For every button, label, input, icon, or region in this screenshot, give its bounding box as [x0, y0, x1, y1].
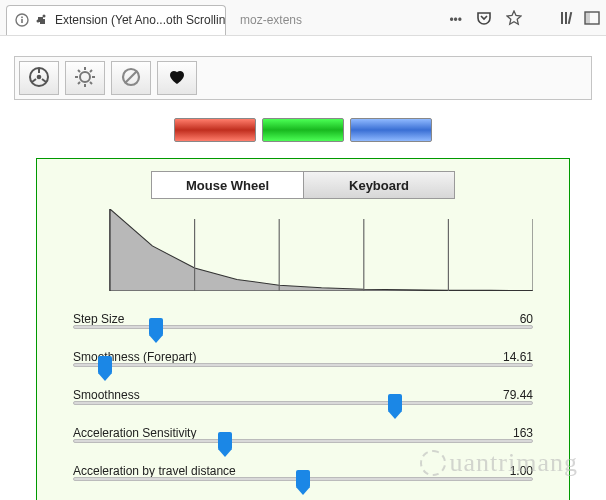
svg-rect-9 — [585, 12, 590, 24]
settings-tabs: Mouse Wheel Keyboard — [51, 171, 555, 199]
slider-thumb[interactable] — [218, 432, 232, 450]
pocket-icon[interactable] — [476, 10, 492, 29]
svg-rect-1 — [21, 19, 23, 23]
color-row — [14, 118, 592, 142]
svg-line-18 — [90, 82, 92, 84]
svg-line-17 — [78, 70, 80, 72]
svg-rect-6 — [565, 12, 567, 24]
slider-value: 79.44 — [503, 388, 533, 402]
more-icon[interactable]: ••• — [449, 13, 462, 27]
slider-thumb[interactable] — [388, 394, 402, 412]
slider-value: 60 — [520, 312, 533, 326]
gear-button[interactable] — [65, 61, 105, 95]
slider-label: Smoothness (Forepart) — [73, 350, 196, 364]
svg-line-19 — [90, 70, 92, 72]
slider-label: Smoothness — [73, 388, 140, 402]
svg-point-12 — [80, 72, 90, 82]
settings-panel: Mouse Wheel Keyboard Step Size60Smoothne… — [36, 158, 570, 500]
svg-point-3 — [43, 15, 46, 18]
slider-row: Smoothness79.44 — [73, 381, 533, 409]
svg-rect-7 — [568, 12, 572, 24]
slider-label: Acceleration by travel distance — [73, 464, 236, 478]
color-green-button[interactable] — [262, 118, 344, 142]
browser-tab[interactable]: Extension (Yet Ano...oth Scrolling WE) — [6, 5, 226, 35]
info-icon — [15, 13, 29, 27]
extension-content: Mouse Wheel Keyboard Step Size60Smoothne… — [0, 36, 606, 500]
url-bar[interactable]: moz-extens ••• — [236, 7, 530, 33]
browser-chrome: Extension (Yet Ano...oth Scrolling WE) m… — [0, 0, 606, 36]
tab-mouse-wheel[interactable]: Mouse Wheel — [151, 171, 303, 199]
slider-label: Step Size — [73, 312, 124, 326]
star-icon[interactable] — [506, 10, 522, 29]
slider-label: Acceleration Sensitivity — [73, 426, 196, 440]
slider-thumb[interactable] — [296, 470, 310, 488]
slider-track[interactable] — [73, 439, 533, 443]
library-icon[interactable] — [560, 10, 576, 29]
tab-keyboard[interactable]: Keyboard — [303, 171, 455, 199]
svg-rect-2 — [21, 17, 23, 19]
sidebar-icon[interactable] — [584, 10, 600, 29]
steering-button[interactable] — [19, 61, 59, 95]
slider-track[interactable] — [73, 363, 533, 367]
sliders-group: Step Size60Smoothness (Forepart)14.61Smo… — [51, 305, 555, 485]
svg-rect-5 — [561, 12, 563, 24]
steering-icon — [28, 66, 50, 91]
svg-line-20 — [78, 82, 80, 84]
tab-title: Extension (Yet Ano...oth Scrolling WE) — [55, 13, 226, 27]
slider-value: 163 — [513, 426, 533, 440]
slider-thumb[interactable] — [149, 318, 163, 336]
svg-point-4 — [37, 20, 40, 23]
blocked-button[interactable] — [111, 61, 151, 95]
slider-value: 14.61 — [503, 350, 533, 364]
svg-line-22 — [125, 71, 137, 83]
slider-row: Smoothness (Forepart)14.61 — [73, 343, 533, 371]
url-text: moz-extens — [240, 13, 449, 27]
slider-value: 1.00 — [510, 464, 533, 478]
toolbar — [14, 56, 592, 100]
response-chart — [109, 209, 533, 291]
color-red-button[interactable] — [174, 118, 256, 142]
slider-row: Acceleration by travel distance1.00 — [73, 457, 533, 485]
slider-row: Step Size60 — [73, 305, 533, 333]
color-blue-button[interactable] — [350, 118, 432, 142]
blocked-icon — [120, 66, 142, 91]
slider-track[interactable] — [73, 401, 533, 405]
chrome-right-icons — [560, 10, 600, 29]
slider-track[interactable] — [73, 325, 533, 329]
extension-icon — [35, 13, 49, 27]
gear-icon — [74, 66, 96, 91]
svg-point-11 — [37, 74, 42, 79]
heart-button[interactable] — [157, 61, 197, 95]
slider-thumb[interactable] — [98, 356, 112, 374]
url-actions: ••• — [449, 10, 526, 29]
heart-icon — [167, 67, 187, 90]
slider-row: Acceleration Sensitivity163 — [73, 419, 533, 447]
